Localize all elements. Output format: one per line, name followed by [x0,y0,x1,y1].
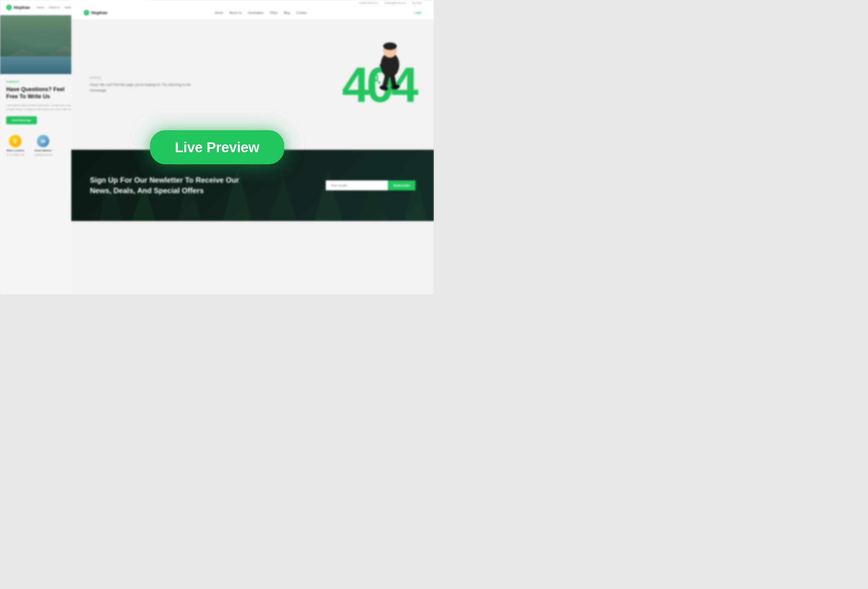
email-icon [37,135,49,147]
right-logo-text: Hoptrav [91,10,108,15]
svg-rect-4 [15,140,15,141]
svg-point-9 [383,43,397,50]
contact-title-line2: Free To Write Us [6,93,50,99]
not-found-text: ERROR Oops! We can't find the page you'r… [90,76,198,93]
left-logo-text: Hoptrav [14,5,30,10]
right-nav-about: About Us [229,11,242,15]
live-preview-overlay: Live Preview [150,130,284,164]
newsletter-email-input[interactable] [326,180,388,190]
svg-rect-6 [41,140,45,143]
right-nav-links: Home About Us Destination FAQs Blog Cont… [215,11,307,15]
error-label: ERROR [90,76,198,80]
email-address-label: Email Address [34,149,52,152]
office-location-value: 75 rue Shaker, MA [6,154,24,156]
not-found-description: Oops! We can't find the page you're look… [90,82,198,93]
left-send-message-button: Send Message [6,116,37,124]
right-nav: Hoptrav Home About Us Destination FAQs B… [71,6,434,19]
not-found-404-container: 404 [342,60,415,109]
top-bar-phone: +1(262) 555-0171 [358,1,378,4]
right-nav-destination: Destination [248,11,264,15]
live-preview-button[interactable]: Live Preview [150,130,284,164]
person-404-illustration [362,34,418,106]
top-bar-email: contact@email.com [384,1,406,4]
right-nav-blog: Blog [283,11,290,15]
office-location-icon [9,135,21,147]
svg-rect-5 [16,140,16,141]
newsletter-form: Subscribe [326,180,415,190]
right-nav-contact: Contact [296,11,307,15]
newsletter-title: Sign Up For Our Newletter To Receive Our… [90,175,245,196]
svg-rect-3 [16,140,16,140]
svg-rect-2 [15,140,15,140]
right-logo: Hoptrav [84,10,108,16]
svg-line-16 [376,80,380,83]
newsletter-content: Sign Up For Our Newletter To Receive Our… [90,175,415,196]
right-top-bar: +1(262) 555-0171 contact@email.com My Tr… [71,0,434,6]
email-address-item: Email Address contact@email.com [34,135,53,156]
right-nav-login: Login [414,11,422,14]
newsletter-subscribe-button[interactable]: Subscribe [388,180,415,190]
email-address-value: contact@email.com [34,154,53,156]
right-nav-faqs: FAQs [270,11,278,15]
screenshot-container: Hoptrav Home About Us Destination FAQs B… [0,0,434,294]
right-nav-home: Home [215,11,223,15]
office-location-label: Office Location [6,149,24,152]
left-nav-home: Home [37,6,44,9]
right-logo-icon [84,10,89,16]
office-location-item: Office Location 75 rue Shaker, MA [6,135,24,156]
left-logo-icon [6,4,12,10]
svg-rect-0 [13,139,17,142]
left-nav-about: About Us [48,6,60,9]
contact-title-line1: Have Questions? Feel [6,86,65,92]
svg-rect-1 [14,142,16,143]
left-logo: Hoptrav [6,4,30,10]
top-bar-my-trips: My Trips [412,1,422,4]
